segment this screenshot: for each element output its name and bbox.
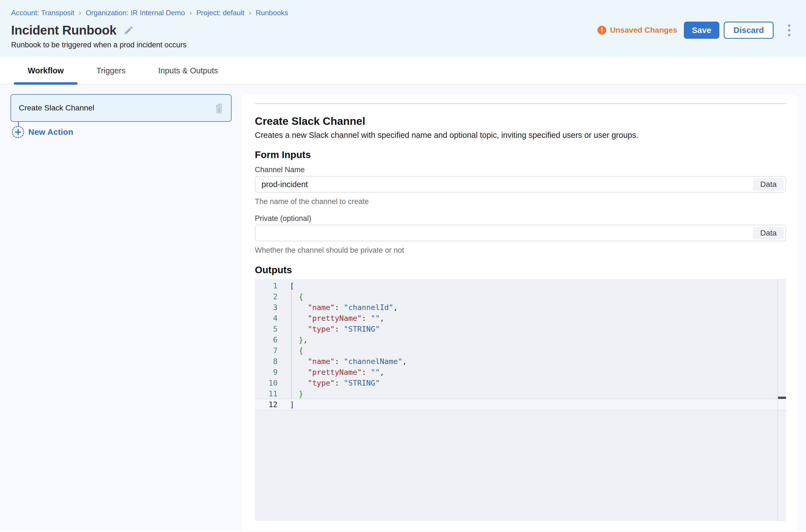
line-content: "type": "STRING": [277, 378, 380, 388]
field-label: Channel Name: [255, 165, 786, 174]
line-number: 3: [255, 302, 277, 313]
line-content: }: [277, 388, 303, 399]
scrollbar-thumb[interactable]: [778, 397, 786, 399]
code-line: 1 [: [255, 280, 786, 291]
line-content: "prettyName": "",: [277, 367, 384, 378]
line-content: {: [277, 291, 303, 302]
outputs-heading: Outputs: [255, 264, 786, 276]
line-content: [: [277, 280, 294, 291]
line-content: ]: [277, 399, 294, 410]
field-input-wrap: Data: [255, 225, 786, 241]
breadcrumb-separator: ›: [249, 8, 251, 17]
field-help: The name of the channel to create: [255, 197, 786, 206]
field-input[interactable]: [255, 225, 786, 241]
line-content: "name": "channelName",: [277, 356, 407, 367]
unsaved-changes-badge: ! Unsaved Changes: [598, 26, 677, 35]
unsaved-changes-label: Unsaved Changes: [610, 26, 677, 35]
line-number: 1: [255, 280, 277, 291]
tab-workflow[interactable]: Workflow: [14, 57, 77, 84]
code-line: 4 "prettyName": "",: [255, 313, 786, 324]
header-actions: ! Unsaved Changes Save Discard: [598, 22, 792, 39]
line-number: 5: [255, 324, 277, 335]
form-fields: Channel Name Data The name of the channe…: [255, 165, 786, 255]
code-line: 8 "name": "channelName",: [255, 356, 786, 367]
edit-title-icon[interactable]: [124, 25, 134, 35]
form-field: Private (optional) Data Whether the chan…: [255, 214, 786, 255]
breadcrumb-link[interactable]: Organization: IR Internal Demo: [86, 8, 185, 17]
divider: [255, 103, 786, 104]
line-number: 11: [255, 388, 277, 399]
line-content: },: [277, 335, 308, 345]
tab-label: Workflow: [28, 66, 64, 75]
field-help: Whether the channel should be private or…: [255, 246, 786, 255]
line-content: "prettyName": "",: [277, 313, 384, 324]
form-inputs-heading: Form Inputs: [255, 149, 786, 160]
line-number: 2: [255, 291, 277, 302]
line-number: 8: [255, 356, 277, 367]
tab-inputs-outputs[interactable]: Inputs & Outputs: [144, 57, 232, 84]
tab-label: Inputs & Outputs: [158, 66, 218, 75]
kebab-menu-icon[interactable]: [786, 23, 792, 38]
line-number: 4: [255, 313, 277, 324]
code-line: 2 {: [255, 291, 786, 302]
line-number: 7: [255, 345, 277, 356]
page-header: Account: Transposit›Organization: IR Int…: [0, 0, 806, 57]
data-button[interactable]: Data: [753, 178, 784, 191]
line-content: "type": "STRING": [277, 324, 380, 335]
field-label: Private (optional): [255, 214, 786, 223]
outputs-code-editor[interactable]: 1 [ 2 { 3 "name": "channelId", 4 "pretty…: [255, 279, 786, 521]
app-window: Account: Transposit›Organization: IR Int…: [0, 0, 806, 532]
save-button[interactable]: Save: [684, 22, 719, 39]
data-button[interactable]: Data: [753, 227, 784, 240]
line-number: 10: [255, 378, 277, 388]
workflow-steps: Create Slack Channel: [11, 94, 232, 122]
line-number: 9: [255, 367, 277, 378]
tab-triggers[interactable]: Triggers: [83, 57, 139, 84]
content-area: Create Slack Channel New Action Create S…: [0, 85, 806, 531]
tab-label: Triggers: [96, 66, 126, 75]
code-line: 7 {: [255, 345, 786, 356]
plus-icon: [12, 126, 24, 138]
scrollbar-track: [777, 279, 778, 521]
workflow-steps-panel: Create Slack Channel New Action: [0, 85, 241, 531]
line-number: 12: [255, 399, 277, 410]
page-title: Incident Runbook: [11, 23, 116, 37]
line-number: 6: [255, 335, 277, 345]
delete-step-icon[interactable]: [214, 102, 224, 114]
code-line: 6 },: [255, 335, 786, 345]
line-content: "name": "channelId",: [277, 302, 398, 313]
code-line: 12 ]: [255, 399, 786, 410]
workflow-step-label: Create Slack Channel: [19, 103, 94, 112]
new-action-button[interactable]: New Action: [12, 126, 232, 138]
code-line: 9 "prettyName": "",: [255, 367, 786, 378]
field-input[interactable]: [255, 176, 786, 193]
action-detail-panel: Create Slack Channel Creates a new Slack…: [241, 94, 798, 531]
breadcrumb-link[interactable]: Project: default: [196, 8, 244, 17]
breadcrumb-link[interactable]: Account: Transposit: [11, 8, 74, 17]
breadcrumb-separator: ›: [189, 8, 192, 17]
code-line: 11 }: [255, 388, 786, 399]
code-line: 3 "name": "channelId",: [255, 302, 786, 313]
code-line: 10 "type": "STRING": [255, 378, 786, 388]
indent-guide: [291, 291, 292, 399]
breadcrumb-link[interactable]: Runbooks: [256, 8, 288, 17]
code-line: 5 "type": "STRING": [255, 324, 786, 335]
tab-bar: Workflow Triggers Inputs & Outputs: [0, 57, 806, 85]
form-field: Channel Name Data The name of the channe…: [255, 165, 786, 206]
discard-button[interactable]: Discard: [724, 22, 774, 39]
warning-icon: !: [598, 26, 606, 35]
code-lines: 1 [ 2 { 3 "name": "channelId", 4 "pretty…: [255, 279, 786, 410]
line-content: {: [277, 345, 303, 356]
field-input-wrap: Data: [255, 176, 786, 193]
action-description: Creates a new Slack channel with specifi…: [255, 130, 786, 140]
workflow-step-card[interactable]: Create Slack Channel: [11, 94, 232, 122]
new-action-label: New Action: [28, 127, 73, 137]
page-subtitle: Runbook to be triggered when a prod inci…: [11, 40, 792, 49]
active-tab-underline: [14, 82, 77, 85]
breadcrumb-separator: ›: [79, 8, 81, 17]
step-connector: [18, 122, 19, 126]
action-title: Create Slack Channel: [255, 115, 786, 128]
title-row: Incident Runbook ! Unsaved Changes Save …: [11, 22, 792, 39]
breadcrumb: Account: Transposit›Organization: IR Int…: [11, 8, 792, 17]
